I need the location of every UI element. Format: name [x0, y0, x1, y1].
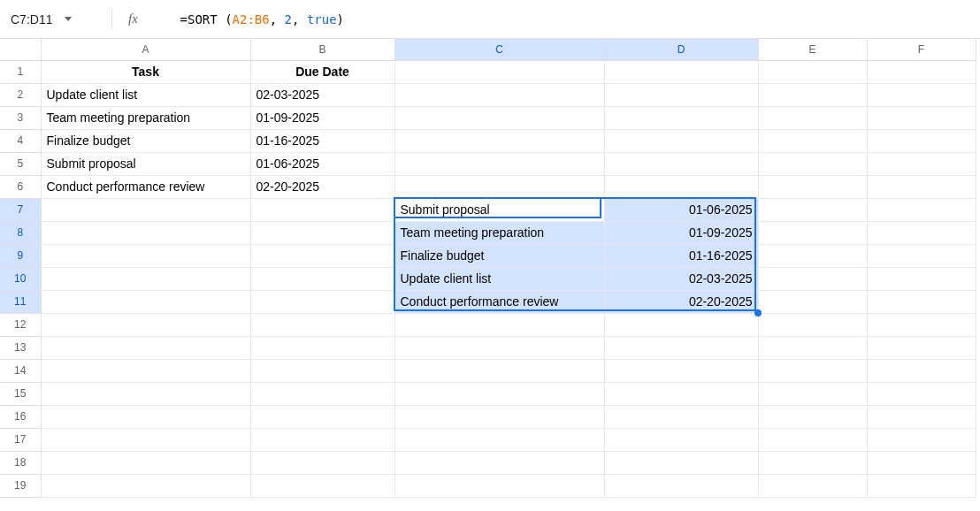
cell[interactable] — [250, 359, 394, 382]
cell[interactable] — [250, 244, 394, 267]
cell[interactable] — [758, 221, 867, 244]
cell[interactable] — [758, 290, 867, 313]
cell[interactable] — [867, 83, 976, 106]
cell-A2[interactable]: Update client list — [41, 83, 250, 106]
cell[interactable] — [394, 83, 604, 106]
row-header[interactable]: 3 — [0, 106, 41, 129]
cell[interactable] — [604, 428, 758, 451]
cell[interactable] — [867, 451, 976, 474]
cell-A3[interactable]: Team meeting preparation — [41, 106, 250, 129]
col-header-E[interactable]: E — [758, 39, 867, 60]
cell[interactable] — [250, 198, 394, 221]
cell[interactable] — [394, 451, 604, 474]
row-header[interactable]: 15 — [0, 382, 41, 405]
cell-D1[interactable] — [604, 60, 758, 83]
cell[interactable] — [758, 382, 867, 405]
row-header[interactable]: 9 — [0, 244, 41, 267]
cell[interactable] — [41, 359, 250, 382]
row-header[interactable]: 14 — [0, 359, 41, 382]
cell-D11[interactable]: 02-20-2025 — [604, 290, 758, 313]
cell[interactable] — [250, 428, 394, 451]
cell-B5[interactable]: 01-06-2025 — [250, 152, 394, 175]
cell[interactable] — [867, 336, 976, 359]
cell-F1[interactable] — [867, 60, 976, 83]
cell[interactable] — [394, 405, 604, 428]
cell[interactable] — [604, 405, 758, 428]
col-header-D[interactable]: D — [604, 39, 758, 60]
cell[interactable] — [394, 382, 604, 405]
cell-D10[interactable]: 02-03-2025 — [604, 267, 758, 290]
cell[interactable] — [394, 106, 604, 129]
cell[interactable] — [867, 428, 976, 451]
cell-B1[interactable]: Due Date — [250, 60, 394, 83]
col-header-C[interactable]: C — [394, 39, 604, 60]
cell-C1[interactable] — [394, 60, 604, 83]
cell[interactable] — [250, 290, 394, 313]
cell-B2[interactable]: 02-03-2025 — [250, 83, 394, 106]
row-header[interactable]: 19 — [0, 474, 41, 497]
cell[interactable] — [41, 221, 250, 244]
cell[interactable] — [758, 152, 867, 175]
cell[interactable] — [250, 405, 394, 428]
row-header[interactable]: 5 — [0, 152, 41, 175]
cell[interactable] — [41, 428, 250, 451]
cell[interactable] — [604, 336, 758, 359]
cell[interactable] — [758, 267, 867, 290]
cell-E1[interactable] — [758, 60, 867, 83]
cell[interactable] — [250, 382, 394, 405]
cell[interactable] — [867, 244, 976, 267]
select-all-corner[interactable] — [0, 39, 41, 60]
row-header[interactable]: 18 — [0, 451, 41, 474]
cell-D9[interactable]: 01-16-2025 — [604, 244, 758, 267]
cell-A6[interactable]: Conduct performance review — [41, 175, 250, 198]
col-header-B[interactable]: B — [250, 39, 394, 60]
cell[interactable] — [604, 106, 758, 129]
cell[interactable] — [867, 267, 976, 290]
cell[interactable] — [758, 198, 867, 221]
cell[interactable] — [250, 267, 394, 290]
cell[interactable] — [41, 382, 250, 405]
cell[interactable] — [867, 405, 976, 428]
cell[interactable] — [867, 152, 976, 175]
cell[interactable] — [758, 244, 867, 267]
cell[interactable] — [758, 474, 867, 497]
cell[interactable] — [394, 428, 604, 451]
row-header[interactable]: 1 — [0, 60, 41, 83]
cell-D7[interactable]: 01-06-2025 — [604, 198, 758, 221]
cell[interactable] — [41, 474, 250, 497]
row-header[interactable]: 7 — [0, 198, 41, 221]
cell[interactable] — [250, 313, 394, 336]
chevron-down-icon[interactable] — [65, 17, 72, 21]
cell[interactable] — [604, 451, 758, 474]
cell[interactable] — [250, 221, 394, 244]
row-header[interactable]: 11 — [0, 290, 41, 313]
cell[interactable] — [867, 198, 976, 221]
cell[interactable] — [250, 474, 394, 497]
cell[interactable] — [604, 129, 758, 152]
cell-C8[interactable]: Team meeting preparation — [394, 221, 604, 244]
col-header-A[interactable]: A — [41, 39, 250, 60]
spreadsheet-grid[interactable]: A B C D E F 1 Task Due Date 2 Update cli… — [0, 39, 976, 498]
cell-B6[interactable]: 02-20-2025 — [250, 175, 394, 198]
cell[interactable] — [604, 152, 758, 175]
cell-A1[interactable]: Task — [41, 60, 250, 83]
cell-B4[interactable]: 01-16-2025 — [250, 129, 394, 152]
row-header[interactable]: 2 — [0, 83, 41, 106]
row-header[interactable]: 6 — [0, 175, 41, 198]
cell[interactable] — [867, 474, 976, 497]
cell[interactable] — [41, 267, 250, 290]
cell[interactable] — [758, 106, 867, 129]
cell[interactable] — [604, 474, 758, 497]
sheet-area[interactable]: A B C D E F 1 Task Due Date 2 Update cli… — [0, 39, 980, 498]
cell[interactable] — [604, 313, 758, 336]
cell-B3[interactable]: 01-09-2025 — [250, 106, 394, 129]
cell[interactable] — [867, 129, 976, 152]
cell[interactable] — [758, 313, 867, 336]
cell[interactable] — [250, 451, 394, 474]
cell-C7[interactable]: Submit proposal — [394, 198, 604, 221]
cell[interactable] — [41, 198, 250, 221]
cell[interactable] — [758, 336, 867, 359]
cell[interactable] — [758, 129, 867, 152]
cell[interactable] — [758, 359, 867, 382]
col-header-F[interactable]: F — [867, 39, 976, 60]
